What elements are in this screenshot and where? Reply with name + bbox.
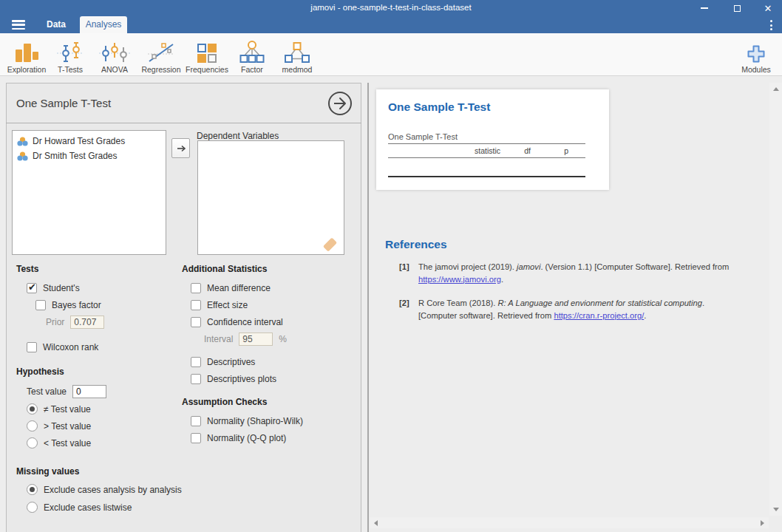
- wilcoxon-checkbox[interactable]: [27, 342, 37, 352]
- bayes-factor-checkbox[interactable]: [35, 300, 46, 310]
- students-checkbox[interactable]: [27, 283, 37, 293]
- ribbon-item-frequencies[interactable]: Frequencies: [183, 37, 231, 74]
- exclude-listwise-option[interactable]: Exclude cases listwise: [27, 501, 132, 514]
- students-option[interactable]: Student's: [27, 282, 80, 294]
- exclude-listwise-label: Exclude cases listwise: [44, 502, 132, 513]
- ribbon-item-t-tests[interactable]: T-Tests: [46, 37, 95, 74]
- variable-name: Dr Smith Test Grades: [33, 151, 117, 161]
- ribbon-item-modules[interactable]: Modules: [732, 37, 781, 74]
- window-title: jamovi - one-sample-t-test-in-class-data…: [0, 3, 782, 12]
- cran-link[interactable]: https://cran.r-project.org/: [554, 311, 644, 320]
- factor-icon: [238, 40, 266, 64]
- horizontal-scrollbar[interactable]: [370, 517, 769, 528]
- scroll-left-icon[interactable]: [374, 520, 378, 526]
- collapse-panel-button[interactable]: [327, 91, 353, 116]
- effect-size-label: Effect size: [207, 300, 248, 310]
- bayes-factor-option[interactable]: Bayes factor: [35, 299, 101, 311]
- list-item-variable[interactable]: Dr Howard Test Grades: [17, 134, 161, 149]
- confidence-interval-checkbox[interactable]: [191, 317, 201, 327]
- variable-list[interactable]: Dr Howard Test Grades Dr Smith Test Grad…: [12, 130, 166, 255]
- exclude-listwise-radio[interactable]: [27, 502, 38, 513]
- prior-row: Prior: [46, 316, 104, 328]
- table-rule-bottom: [388, 176, 585, 177]
- ribbon-item-exploration[interactable]: Exploration: [2, 37, 51, 74]
- hamburger-menu-icon[interactable]: [12, 20, 25, 30]
- minimize-button[interactable]: [692, 0, 717, 16]
- greater-than-option[interactable]: > Test value: [27, 420, 91, 432]
- nominal-variable-icon: [17, 137, 28, 146]
- table-rule-top: [388, 143, 585, 144]
- confidence-interval-option[interactable]: Confidence interval: [191, 316, 283, 328]
- qq-plot-label: Normality (Q-Q plot): [207, 433, 286, 443]
- scroll-down-icon[interactable]: [773, 508, 779, 511]
- prior-input[interactable]: [70, 316, 104, 329]
- frequencies-icon: [197, 43, 217, 64]
- students-label: Student's: [43, 283, 80, 293]
- descriptives-option[interactable]: Descriptives: [191, 355, 255, 368]
- descriptives-checkbox[interactable]: [191, 357, 201, 367]
- references-heading: References: [385, 238, 447, 251]
- ribbon-item-anova[interactable]: ANOVA: [90, 37, 139, 74]
- vertical-scrollbar[interactable]: [769, 83, 782, 516]
- tests-heading: Tests: [16, 264, 38, 274]
- maximize-icon: [734, 5, 741, 12]
- kebab-menu-icon[interactable]: [770, 20, 773, 30]
- dependent-variables-box[interactable]: [197, 140, 344, 255]
- scroll-up-icon[interactable]: [773, 87, 779, 91]
- shapiro-option[interactable]: Normality (Shapiro-Wilk): [191, 415, 303, 427]
- options-panel-title: One Sample T-Test: [16, 97, 111, 109]
- descriptives-label: Descriptives: [207, 357, 255, 367]
- list-item-variable[interactable]: Dr Smith Test Grades: [17, 149, 161, 163]
- interval-input[interactable]: [239, 332, 273, 346]
- reference-item: [1]The jamovi project (2019). jamovi. (V…: [399, 261, 735, 285]
- descriptives-plots-checkbox[interactable]: [191, 374, 201, 384]
- column-p: p: [564, 146, 568, 155]
- panel-divider[interactable]: [367, 83, 369, 532]
- modules-plus-icon: [747, 44, 766, 64]
- continuous-ruler-icon: [323, 237, 337, 251]
- exclude-analysis-radio[interactable]: [27, 484, 38, 495]
- exclude-analysis-option[interactable]: Exclude cases analysis by analysis: [27, 483, 182, 496]
- less-than-option[interactable]: < Test value: [27, 437, 91, 449]
- t-tests-icon: [55, 41, 85, 64]
- column-df: df: [524, 146, 531, 155]
- wilcoxon-option[interactable]: Wilcoxon rank: [27, 341, 98, 353]
- not-equal-radio[interactable]: [27, 403, 38, 415]
- tab-data[interactable]: Data: [37, 16, 75, 33]
- minimize-icon: [701, 7, 708, 9]
- shapiro-label: Normality (Shapiro-Wilk): [207, 416, 303, 426]
- qq-plot-checkbox[interactable]: [191, 433, 201, 443]
- test-value-row: Test value: [27, 385, 106, 398]
- tab-analyses[interactable]: Analyses: [80, 16, 127, 33]
- less-than-radio[interactable]: [27, 437, 38, 449]
- qq-plot-option[interactable]: Normality (Q-Q plot): [191, 432, 286, 444]
- close-button[interactable]: ✕: [755, 0, 781, 16]
- ribbon-item-regression[interactable]: Regression: [137, 37, 186, 74]
- reference-number: [2]: [399, 297, 409, 310]
- effect-size-option[interactable]: Effect size: [191, 299, 248, 311]
- mean-difference-checkbox[interactable]: [191, 283, 201, 293]
- move-to-dependent-button[interactable]: [171, 138, 190, 158]
- ribbon-item-factor[interactable]: Factor: [228, 37, 276, 74]
- shapiro-checkbox[interactable]: [191, 416, 201, 426]
- interval-label: Interval: [204, 334, 233, 344]
- not-equal-option[interactable]: ≠ Test value: [27, 403, 91, 415]
- scroll-right-icon[interactable]: [761, 520, 764, 526]
- bayes-factor-label: Bayes factor: [52, 300, 101, 310]
- test-value-input[interactable]: [72, 385, 106, 398]
- hypothesis-heading: Hypothesis: [16, 366, 64, 377]
- results-table-title: One Sample T-Test: [388, 132, 458, 141]
- ribbon-item-medmod[interactable]: medmod: [273, 37, 322, 74]
- maximize-button[interactable]: [724, 0, 749, 16]
- jamovi-link[interactable]: https://www.jamovi.org: [418, 275, 501, 284]
- greater-than-radio[interactable]: [27, 420, 38, 432]
- results-card: One Sample T-Test One Sample T-Test stat…: [376, 89, 609, 190]
- ribbon-label: medmod: [282, 65, 313, 74]
- descriptives-plots-label: Descriptives plots: [207, 374, 276, 384]
- mean-difference-option[interactable]: Mean difference: [191, 282, 271, 294]
- table-header-row: statistic df p: [388, 146, 585, 157]
- ribbon: Exploration T-Tests ANOVA: [0, 33, 782, 76]
- effect-size-checkbox[interactable]: [191, 300, 201, 310]
- arrow-right-circle-icon: [327, 91, 353, 116]
- descriptives-plots-option[interactable]: Descriptives plots: [191, 372, 276, 385]
